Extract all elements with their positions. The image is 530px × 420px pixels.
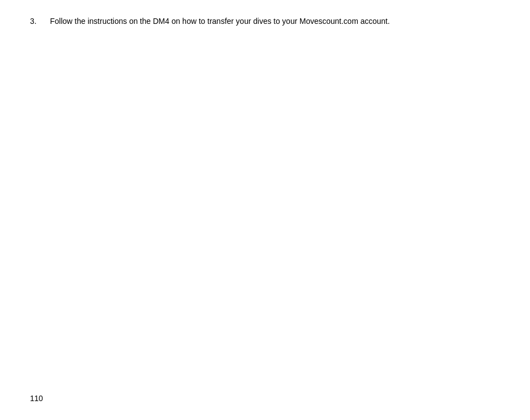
page-number: 110 <box>30 393 43 404</box>
list-number: 3. <box>30 16 50 27</box>
list-item: 3. Follow the instructions on the DM4 on… <box>30 16 500 27</box>
content-area: 3. Follow the instructions on the DM4 on… <box>30 16 500 404</box>
page: 3. Follow the instructions on the DM4 on… <box>0 0 530 420</box>
list-text: Follow the instructions on the DM4 on ho… <box>50 16 500 27</box>
